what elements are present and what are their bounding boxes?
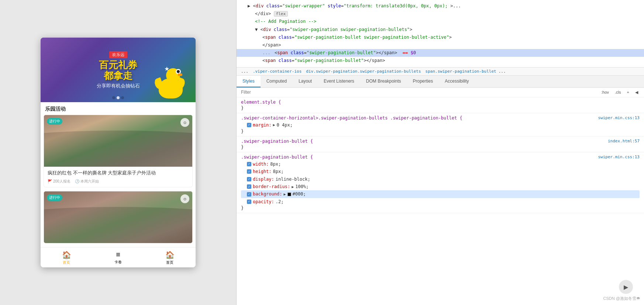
scroll-to-top-button[interactable]: ▶ [619,280,633,294]
rule-bullet-index: .swiper-pagination-bullet { index.html:5… [237,136,644,152]
duck-illustration: ★ [155,65,185,98]
nav-home-label-1: 首页 [63,260,70,265]
rule-3-selector: .swiper-pagination-bullet { index.html:5… [241,139,640,144]
cards-icon: ≡ [116,250,120,259]
checkbox-margin[interactable]: ✓ [247,123,251,127]
filter-input[interactable] [241,90,600,95]
home-icon-1: 🏠 [62,250,71,259]
rule-3-source[interactable]: index.html:57 [608,139,640,143]
color-swatch-black[interactable] [287,193,291,196]
rule-4-prop-height: ✓ height: 8px; [241,168,640,175]
left-panel: 欢乐远 百元礼券都拿走 分享即有机会抽钻石 ★ [0,0,236,305]
add-rule-button[interactable]: + [626,89,631,95]
rule-4-prop-opacity: ✓ opacity: .2; [241,198,640,205]
checkbox-height[interactable]: ✓ [247,169,251,174]
rule-4-prop-background: ✓ background: ▶ #000; [241,190,640,198]
tab-event-listeners[interactable]: Event Listeners [318,76,360,87]
card-body-1: 疯狂的红包 不一样的撕名牌 大型家庭亲子户外活动 🚩 200人报名 🕐 本周六开… [44,167,192,187]
breadcrumb-item-3[interactable]: span.swiper-pagination-bullet [426,69,496,74]
devtools-panel: ▶ <div class="swiper-wrapper" style="tra… [236,0,644,305]
section-header: 乐园活动 [41,102,196,115]
styles-panel: element.style { } .swiper-container-hori… [237,97,644,305]
rule-bullet-swiper: .swiper-pagination-bullet { swiper.min.c… [237,152,644,213]
nav-cards-label: 卡卷 [114,260,122,265]
time-icon: 🕐 [75,179,79,183]
rule-2-prop-margin: ✓ margin: ▶ 0 4px; [241,121,640,129]
tab-layout[interactable]: Layout [293,76,318,87]
breadcrumb-bar: ... .viper-container-ios div.swiper-pagi… [237,67,644,76]
checkbox-opacity[interactable]: ✓ [247,200,251,204]
hov-button[interactable]: :hov [600,89,610,95]
filter-actions: :hov .cls + ◀ [600,89,640,96]
rule-4-prop-width: ✓ width: 8px; [241,160,640,168]
tab-styles[interactable]: Styles [237,76,261,87]
tab-dom-breakpoints[interactable]: DOM Breakpoints [360,76,407,87]
html-tree: ▶ <div class="swiper-wrapper" style="tra… [237,0,644,67]
mobile-frame: 欢乐远 百元礼券都拿走 分享即有机会抽钻石 ★ [41,38,196,267]
banner-content: 欢乐远 百元礼券都拿走 分享即有机会抽钻石 [97,51,140,89]
rule-2-close: } [241,129,640,134]
checkbox-display[interactable]: ✓ [247,177,251,181]
tab-accessibility[interactable]: Accessibility [439,76,475,87]
tree-line-2: </div> flex [237,10,644,18]
rule-1-close: } [241,105,640,111]
card-image-wrap-1: 进行中 ○ [44,115,192,167]
card-2: 进行中 ○ [44,191,193,243]
tree-line-3: <!-- Add Pagination --> [237,18,644,25]
card-image-2 [44,191,192,243]
rule-element-style: element.style { } [237,97,644,113]
banner-top-label: 欢乐远 [109,51,127,58]
tab-computed[interactable]: Computed [261,76,293,87]
tree-line-4: ▼ <div class="swiper-pagination swiper-p… [237,26,644,34]
people-illustration-2 [44,191,192,243]
banner-pagination [112,96,124,99]
rule-4-close: } [241,205,640,211]
dot-2 [117,96,120,99]
breadcrumb-item-1[interactable]: .viper-container-ios [253,69,302,74]
time-text: 本周六开始 [80,179,99,184]
nav-cards[interactable]: ≡ 卡卷 [92,247,144,267]
rule-3-close: } [241,145,640,150]
checkbox-border-radius[interactable]: ✓ [247,184,251,189]
flex-badge: flex [274,11,288,17]
nav-home-label-2: 首页 [166,260,173,265]
rule-4-selector: .swiper-pagination-bullet { swiper.min.c… [241,155,640,160]
dot-3 [121,96,124,99]
people-illustration-1 [44,115,192,167]
checkbox-width[interactable]: ✓ [247,162,251,166]
card-1: 进行中 ○ 疯狂的红包 不一样的撕名牌 大型家庭亲子户外活动 🚩 200人报名 … [44,115,193,187]
rule-swiper-horizontal: .swiper-container-horizontal>.swiper-pag… [237,113,644,136]
tree-line-6: </span> [237,41,644,49]
rule-2-source[interactable]: swiper.min.css:13 [598,115,640,120]
tree-line-7[interactable]: ... <span class="swiper-pagination-bulle… [237,49,644,57]
card-title-1: 疯狂的红包 不一样的撕名牌 大型家庭亲子户外活动 [48,170,189,176]
nav-home-1[interactable]: 🏠 首页 [41,247,92,267]
card-status-1: 进行中 [47,118,62,125]
cls-button[interactable]: .cls [613,89,623,95]
card-fav-2[interactable]: ○ [180,194,189,203]
tab-properties[interactable]: Properties [407,76,439,87]
home-icon-2: 🏠 [165,250,175,259]
bottom-nav: 🏠 首页 ≡ 卡卷 🏠 首页 [41,247,196,267]
rule-4-prop-display: ✓ display: inline-block; [241,176,640,183]
nav-home-2[interactable]: 🏠 首页 [144,247,196,267]
breadcrumb-ellipsis: ... [241,69,248,74]
rule-4-source[interactable]: swiper.min.css:13 [598,155,640,159]
breadcrumb-ellipsis-end: ... [499,69,506,74]
toggle-sidebar-button[interactable]: ◀ [634,89,640,96]
banner-title: 百元礼券都拿走 [97,60,140,81]
rule-2-selector: .swiper-container-horizontal>.swiper-pag… [241,115,640,121]
meta-signup: 🚩 200人报名 [48,179,70,184]
breadcrumb-item-2[interactable]: div.swiper-pagination.swiper-pagination-… [306,69,421,74]
rule-1-selector: element.style { [241,100,640,105]
card-image-1 [44,115,192,167]
signup-count: 200人报名 [53,179,70,184]
tree-line-5: <span class="swiper-pagination-bullet sw… [237,34,644,41]
devtools-tabs: Styles Computed Layout Event Listeners D… [237,76,644,88]
rule-4-prop-border-radius: ✓ border-radius: ▶ 100%; [241,183,640,190]
card-status-2: 进行中 [47,194,62,201]
banner: 欢乐远 百元礼券都拿走 分享即有机会抽钻石 ★ [41,38,196,102]
banner-subtitle: 分享即有机会抽钻石 [97,83,140,89]
checkbox-background[interactable]: ✓ [247,192,251,197]
watermark: CSDN @激如冬雪🌨 [603,296,640,301]
